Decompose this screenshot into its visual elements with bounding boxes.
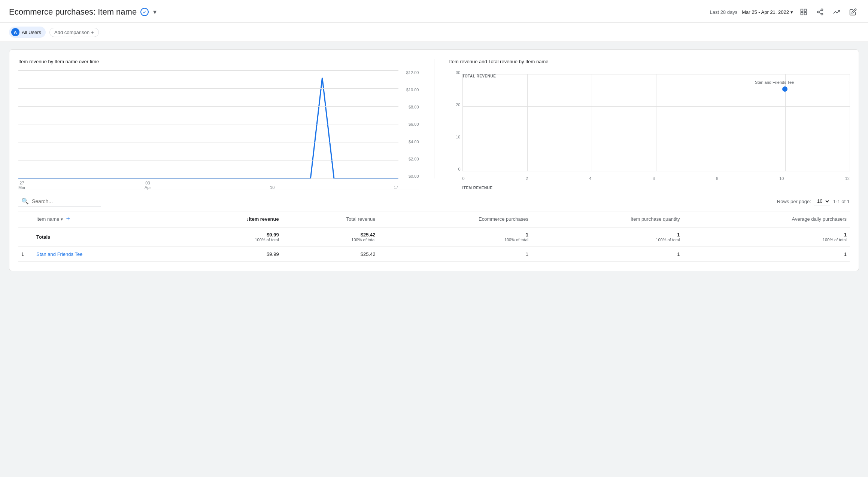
table-pagination: Rows per page: 10 25 50 1-1 of 1 xyxy=(777,197,850,205)
rows-per-page-label: Rows per page: xyxy=(777,199,811,204)
scatter-data-point xyxy=(782,86,787,92)
scatter-gridline-v1 xyxy=(527,74,528,171)
add-column-button[interactable]: + xyxy=(64,215,72,223)
main-content: Item revenue by Item name over time xyxy=(0,42,868,285)
totals-item-revenue: $9.99 100% of total xyxy=(176,227,282,247)
rows-per-page-select[interactable]: 10 25 50 xyxy=(814,197,830,205)
gridline-4 xyxy=(18,143,398,143)
page-title: Ecommerce purchases: Item name xyxy=(9,7,137,17)
table-section: 🔍 Rows per page: 10 25 50 1-1 of 1 xyxy=(18,193,850,262)
row-item-purchase-qty: 1 xyxy=(531,247,683,262)
line-chart-title: Item revenue by Item name over time xyxy=(18,59,419,64)
add-comparison-button[interactable]: Add comparison + xyxy=(49,28,99,37)
svg-rect-3 xyxy=(804,13,807,15)
gridline-3 xyxy=(18,125,398,125)
line-chart-section: Item revenue by Item name over time xyxy=(18,59,419,190)
line-chart-container: $12.00 $10.00 $8.00 $6.00 $4.00 $2.00 $0… xyxy=(18,70,419,190)
totals-total-revenue: $25.42 100% of total xyxy=(282,227,379,247)
scatter-gridlines: Stan and Friends Tee xyxy=(463,74,850,171)
col-rank xyxy=(18,211,33,227)
x-label-1: 03 Apr xyxy=(145,181,151,190)
svg-line-8 xyxy=(819,10,821,11)
line-chart-y-labels: $12.00 $10.00 $8.00 $6.00 $4.00 $2.00 $0… xyxy=(400,70,419,178)
col-ecommerce-purchases[interactable]: Ecommerce purchases xyxy=(379,211,531,227)
gridline-5 xyxy=(18,160,398,161)
totals-row: Totals $9.99 100% of total $25.42 100% o… xyxy=(18,227,850,247)
status-icon: ✓ xyxy=(140,8,149,16)
x-label-0: 27 Mar xyxy=(18,181,25,190)
date-range-picker[interactable]: Mar 25 - Apr 21, 2022 ▾ xyxy=(742,9,793,15)
svg-rect-2 xyxy=(801,13,803,15)
search-box: 🔍 xyxy=(18,196,101,207)
totals-item-purchase-qty: 1 100% of total xyxy=(531,227,683,247)
row-total-revenue: $25.42 xyxy=(282,247,379,262)
charts-card: Item revenue by Item name over time xyxy=(9,49,859,271)
col-item-name[interactable]: Item name ▾ + xyxy=(33,211,176,227)
col-item-purchase-qty[interactable]: Item purchase quantity xyxy=(531,211,683,227)
table-header-row: Item name ▾ + ↓Item revenue Total revenu… xyxy=(18,211,850,227)
table-row: 1 Stan and Friends Tee $9.99 $25.42 1 1 … xyxy=(18,247,850,262)
scatter-chart-section: Item revenue and Total revenue by Item n… xyxy=(449,59,850,190)
header-right: Last 28 days Mar 25 - Apr 21, 2022 ▾ xyxy=(710,6,859,18)
scatter-chart-container: TOTAL REVENUE 0 10 20 30 xyxy=(449,70,850,190)
sort-down-icon: ↓ xyxy=(246,216,249,222)
totals-label: Totals xyxy=(33,227,176,247)
totals-ecommerce-purchases: 1 100% of total xyxy=(379,227,531,247)
scatter-chart-title: Item revenue and Total revenue by Item n… xyxy=(449,59,850,64)
scatter-y-labels: 0 10 20 30 xyxy=(449,70,461,171)
row-rank: 1 xyxy=(18,247,33,262)
search-input[interactable] xyxy=(32,198,98,204)
svg-point-6 xyxy=(821,13,823,15)
scatter-x-labels: 0 2 4 6 8 10 12 xyxy=(462,176,850,181)
line-chart-x-labels: 27 Mar 03 Apr 10 17 xyxy=(18,178,398,190)
segment-bar: A All Users Add comparison + xyxy=(0,23,868,42)
col-avg-daily-purchasers[interactable]: Average daily purchasers xyxy=(683,211,850,227)
charts-row: Item revenue by Item name over time xyxy=(18,59,850,190)
gridline-1 xyxy=(18,88,398,89)
svg-point-4 xyxy=(821,9,823,11)
segment-label: All Users xyxy=(22,30,41,35)
scatter-gridline-v3 xyxy=(656,74,656,171)
table-toolbar: 🔍 Rows per page: 10 25 50 1-1 of 1 xyxy=(18,193,850,211)
totals-avg-daily-purchasers: 1 100% of total xyxy=(683,227,850,247)
x-label-2: 10 xyxy=(270,185,274,190)
page-header: Ecommerce purchases: Item name ✓ ▾ Last … xyxy=(0,0,868,23)
header-left: Ecommerce purchases: Item name ✓ ▾ xyxy=(9,7,157,17)
svg-line-7 xyxy=(819,12,821,13)
all-users-chip[interactable]: A All Users xyxy=(9,27,46,38)
row-item-revenue: $9.99 xyxy=(176,247,282,262)
col-total-revenue[interactable]: Total revenue xyxy=(282,211,379,227)
scatter-point-label: Stan and Friends Tee xyxy=(755,80,794,85)
share-button[interactable] xyxy=(814,6,826,18)
title-dropdown-button[interactable]: ▾ xyxy=(152,7,157,17)
pagination-text: 1-1 of 1 xyxy=(833,199,850,204)
svg-rect-0 xyxy=(801,9,803,12)
row-ecommerce-purchases: 1 xyxy=(379,247,531,262)
gridline-2 xyxy=(18,106,398,107)
svg-point-5 xyxy=(817,11,819,13)
line-chart-area xyxy=(18,70,398,178)
gridline-0 xyxy=(18,70,398,71)
scatter-gridline-v6 xyxy=(850,74,850,171)
chart-type-button[interactable] xyxy=(798,6,810,18)
scatter-gridline-v4 xyxy=(721,74,721,171)
trend-button[interactable] xyxy=(831,6,843,18)
chart-divider xyxy=(434,59,434,178)
x-label-3: 17 xyxy=(394,185,398,190)
avatar: A xyxy=(11,28,19,36)
svg-rect-1 xyxy=(804,9,807,12)
scatter-gridline-v2 xyxy=(592,74,592,171)
scatter-x-axis-label: ITEM REVENUE xyxy=(462,186,493,190)
item-name-sort-icon: ▾ xyxy=(61,217,63,222)
edit-button[interactable] xyxy=(847,6,859,18)
date-range-label: Last 28 days xyxy=(710,9,738,15)
row-avg-daily-purchasers: 1 xyxy=(683,247,850,262)
row-item-name[interactable]: Stan and Friends Tee xyxy=(33,247,176,262)
scatter-area: Stan and Friends Tee xyxy=(462,74,850,171)
line-chart-gridlines xyxy=(18,70,398,178)
col-item-revenue[interactable]: ↓Item revenue xyxy=(176,211,282,227)
search-icon: 🔍 xyxy=(21,198,29,205)
data-table: Item name ▾ + ↓Item revenue Total revenu… xyxy=(18,211,850,262)
